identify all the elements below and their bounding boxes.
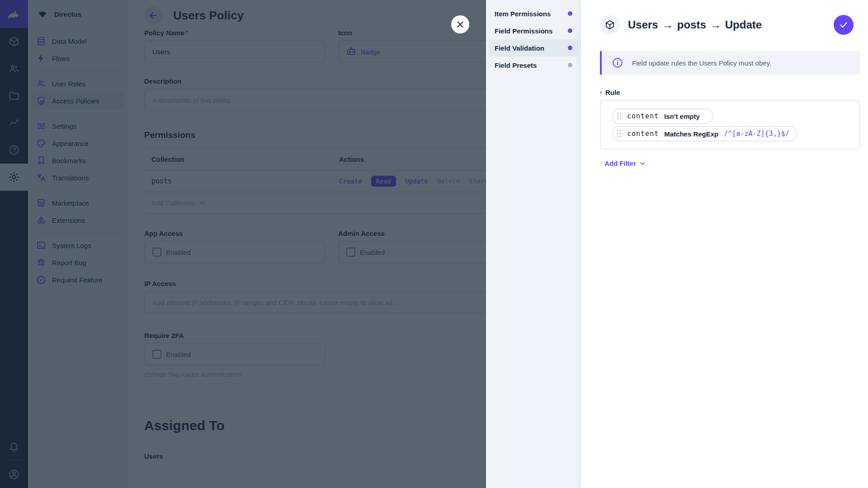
status-dot (568, 46, 572, 50)
rule-label: Rule (600, 89, 860, 96)
filter-row[interactable]: content Isn't empty (612, 108, 713, 124)
edited-dot (600, 91, 602, 94)
status-dot (568, 28, 572, 33)
menu-item-field-permissions[interactable]: Field Permissions (489, 22, 578, 39)
rule-filter-box: content Isn't empty content Matches RegE… (600, 100, 860, 150)
close-drawer-button[interactable] (451, 15, 469, 33)
drag-handle-icon[interactable] (617, 130, 622, 137)
filter-row[interactable]: content Matches RegExp /^[a-zA-Z]{3,}$/ (612, 126, 797, 141)
status-dot (568, 63, 572, 67)
filter-operator[interactable]: Matches RegExp (664, 130, 718, 138)
info-notice: Field update rules the Users Policy must… (600, 51, 860, 75)
info-icon (612, 57, 623, 69)
check-icon (838, 19, 849, 30)
menu-item-field-presets[interactable]: Field Presets (489, 56, 578, 74)
notice-text: Field update rules the Users Policy must… (632, 59, 771, 67)
chevron-down-icon (639, 160, 646, 167)
close-icon (455, 19, 465, 29)
menu-item-item-permissions[interactable]: Item Permissions (489, 5, 578, 22)
add-filter-button[interactable]: Add Filter (604, 160, 868, 167)
status-dot (568, 11, 572, 16)
filter-operator[interactable]: Isn't empty (664, 113, 700, 120)
permissions-drawer: Users→posts→Update Field update rules th… (581, 0, 868, 488)
drag-handle-icon[interactable] (617, 113, 622, 120)
drawer-title: Users→posts→Update (628, 19, 826, 31)
permissions-detail-menu: Item Permissions Field Permissions Field… (486, 0, 581, 488)
filter-field[interactable]: content (627, 130, 659, 138)
save-button[interactable] (834, 15, 854, 35)
drawer-header: Users→posts→Update (581, 0, 868, 35)
arrow-separator: → (662, 19, 673, 31)
menu-item-field-validation[interactable]: Field Validation (489, 39, 578, 56)
filter-field[interactable]: content (627, 112, 659, 120)
filter-value[interactable]: /^[a-zA-Z]{3,}$/ (724, 130, 789, 138)
cube-icon (600, 15, 620, 35)
arrow-separator: → (710, 19, 721, 31)
